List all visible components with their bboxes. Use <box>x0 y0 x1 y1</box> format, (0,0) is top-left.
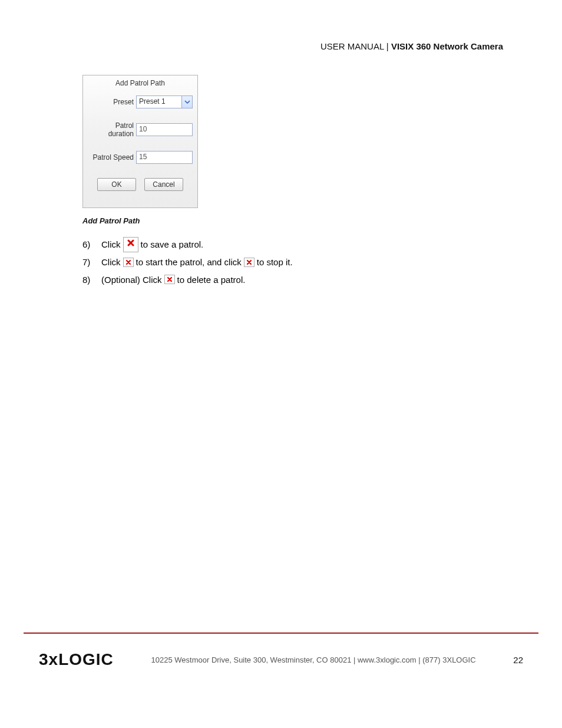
page-footer: 3xLOGIC 10225 Westmoor Drive, Suite 300,… <box>24 650 538 669</box>
logo: 3xLOGIC <box>39 650 114 669</box>
step-8-num: 8) <box>82 272 101 288</box>
duration-input[interactable]: 10 <box>136 123 193 136</box>
duration-value: 10 <box>139 125 147 133</box>
step-8: 8) (Optional) Click to delete a patrol. <box>82 272 503 288</box>
step-6-num: 6) <box>82 237 101 252</box>
step-6-text-2: to save a patrol. <box>141 237 204 252</box>
preset-label: Preset <box>88 98 136 106</box>
save-patrol-icon[interactable] <box>123 237 138 252</box>
step-6-text-1: Click <box>101 237 121 252</box>
step-6: 6) Click to save a patrol. <box>82 237 503 252</box>
page-header: USER MANUAL | VISIX 360 Network Camera <box>59 41 503 51</box>
preset-row: Preset Preset 1 <box>83 93 197 119</box>
start-patrol-icon[interactable] <box>123 258 134 267</box>
chevron-down-icon[interactable] <box>181 96 192 108</box>
instruction-steps: 6) Click to save a patrol. 7) Click to s… <box>82 237 503 287</box>
stop-patrol-icon[interactable] <box>244 258 254 267</box>
step-8-text-2: to delete a patrol. <box>177 272 246 288</box>
step-7-text-3: to stop it. <box>257 255 293 270</box>
step-7-text-1: Click <box>101 255 121 270</box>
dialog-title: Add Patrol Path <box>83 75 197 93</box>
speed-input[interactable]: 15 <box>136 151 193 164</box>
footer-separator <box>24 633 538 634</box>
preset-value: Preset 1 <box>137 96 181 108</box>
header-prefix: USER MANUAL | <box>320 41 391 51</box>
cancel-button[interactable]: Cancel <box>144 178 183 191</box>
step-8-text-1: (Optional) Click <box>101 272 162 288</box>
delete-patrol-icon[interactable] <box>164 275 175 284</box>
step-7-text-2: to start the patrol, and click <box>136 255 242 270</box>
figure-caption: Add Patrol Path <box>82 216 503 225</box>
dialog-buttons: OK Cancel <box>83 174 197 191</box>
step-7-num: 7) <box>82 255 101 270</box>
speed-value: 15 <box>139 153 147 161</box>
page-number: 22 <box>513 655 523 665</box>
step-7: 7) Click to start the patrol, and click … <box>82 255 503 270</box>
ok-button[interactable]: OK <box>97 178 136 191</box>
preset-select[interactable]: Preset 1 <box>136 95 193 108</box>
duration-row: Patrol duration 10 <box>83 119 197 149</box>
add-patrol-path-dialog: Add Patrol Path Preset Preset 1 Patrol d… <box>82 75 198 208</box>
header-title: VISIX 360 Network Camera <box>391 41 503 51</box>
speed-label: Patrol Speed <box>88 153 136 162</box>
footer-text: 10225 Westmoor Drive, Suite 300, Westmin… <box>114 655 514 664</box>
speed-row: Patrol Speed 15 <box>83 149 197 174</box>
duration-label: Patrol duration <box>88 121 136 138</box>
